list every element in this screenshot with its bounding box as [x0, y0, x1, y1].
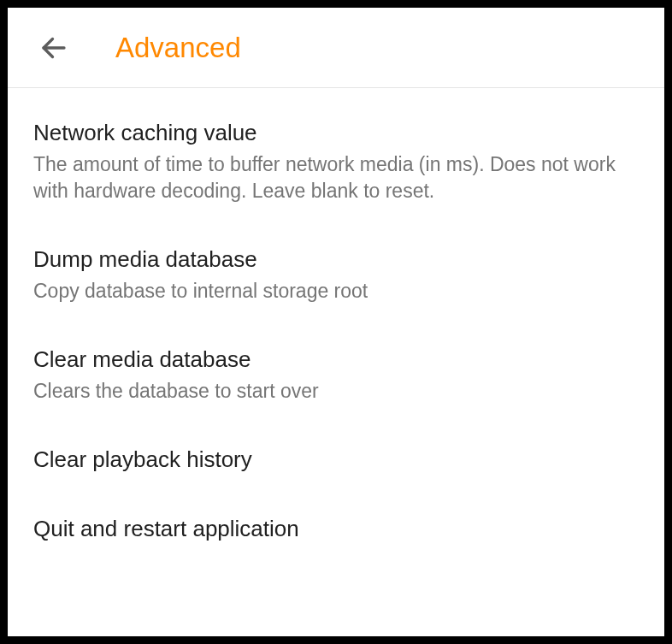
app-frame: Advanced Network caching value The amoun… [8, 8, 664, 636]
setting-clear-media-database[interactable]: Clear media database Clears the database… [8, 325, 664, 425]
setting-description: Clears the database to start over [33, 378, 639, 405]
back-arrow-icon [38, 32, 69, 63]
page-title: Advanced [115, 32, 241, 64]
setting-quit-restart[interactable]: Quit and restart application [8, 494, 664, 564]
settings-list: Network caching value The amount of time… [8, 88, 664, 564]
setting-description: Copy database to internal storage root [33, 278, 639, 304]
setting-clear-playback-history[interactable]: Clear playback history [8, 425, 664, 495]
setting-dump-media-database[interactable]: Dump media database Copy database to int… [8, 225, 664, 325]
setting-title: Quit and restart application [33, 515, 639, 544]
setting-description: The amount of time to buffer network med… [33, 151, 639, 204]
setting-title: Dump media database [33, 245, 639, 275]
back-button[interactable] [33, 27, 74, 68]
setting-network-caching[interactable]: Network caching value The amount of time… [8, 98, 664, 225]
setting-title: Network caching value [33, 119, 639, 148]
header-bar: Advanced [8, 8, 664, 88]
setting-title: Clear playback history [33, 446, 639, 475]
setting-title: Clear media database [33, 346, 639, 375]
